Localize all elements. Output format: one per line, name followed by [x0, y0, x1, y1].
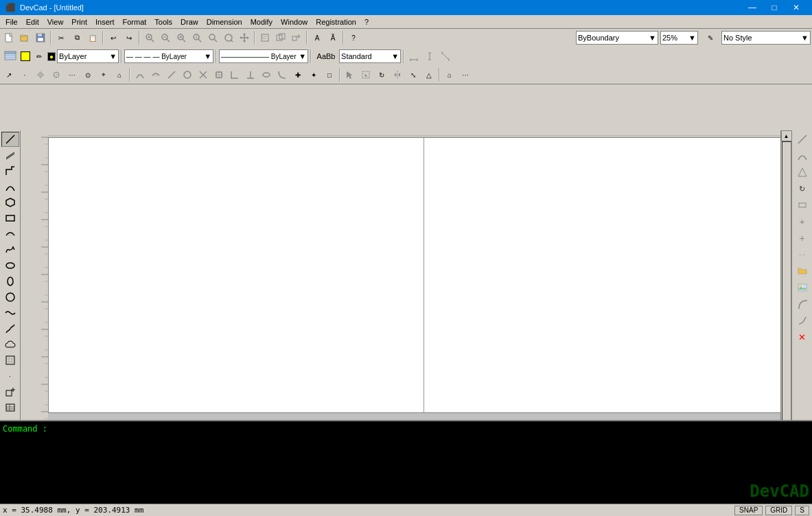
tool-wave[interactable]	[1, 305, 19, 320]
tool-circle[interactable]	[1, 290, 19, 305]
tool-line[interactable]	[1, 132, 19, 147]
menu-item-draw[interactable]: Draw	[176, 16, 202, 27]
rt-curve2-btn[interactable]	[793, 313, 811, 328]
horizontal-ruler	[48, 130, 791, 137]
v-scroll-track[interactable]	[782, 141, 791, 423]
rt-plus-v-btn[interactable]: +	[793, 214, 811, 229]
vertical-ruler	[21, 130, 48, 420]
tool-table[interactable]	[1, 400, 19, 415]
svg-rect-94	[799, 203, 806, 207]
menu-item-edit[interactable]: Edit	[22, 16, 43, 27]
title-bar-left: ⬛ DevCad - [Untitled]	[5, 3, 84, 12]
rt-erase-btn[interactable]: ✕	[793, 329, 811, 344]
svg-rect-85	[6, 390, 12, 396]
menu-bar: FileEditViewPrintInsertFormatToolsDrawDi…	[0, 15, 812, 29]
rt-line-btn[interactable]	[793, 132, 811, 147]
svg-rect-133	[48, 130, 791, 137]
tool-hexagon[interactable]	[1, 195, 19, 210]
menu-item-format[interactable]: Format	[119, 16, 151, 27]
s-button[interactable]: S	[795, 506, 809, 515]
svg-marker-93	[798, 168, 807, 176]
svg-rect-88	[6, 404, 14, 411]
grid-toggle-button[interactable]: GRID	[765, 506, 792, 515]
tool-ellipse2[interactable]	[1, 274, 19, 289]
rt-arc-btn[interactable]	[793, 148, 811, 163]
drawing-canvas[interactable]	[48, 137, 785, 413]
svg-rect-97	[21, 130, 48, 420]
main-content: · ↻ + + - -	[0, 29, 812, 516]
rt-rect-btn[interactable]	[793, 198, 811, 213]
rt-tri-btn[interactable]	[793, 165, 811, 180]
tool-arc[interactable]	[1, 179, 19, 194]
rt-image-btn[interactable]	[793, 280, 811, 295]
v-scrollbar: ▲ ▼	[780, 130, 791, 434]
menu-item-view[interactable]: View	[43, 16, 68, 27]
crosshair-vertical-line	[424, 138, 424, 412]
maximize-button[interactable]: □	[764, 0, 785, 15]
rt-dashed-btn[interactable]: - -	[793, 247, 811, 262]
menu-item-dimension[interactable]: Dimension	[202, 16, 246, 27]
status-right: SNAP GRID S	[734, 506, 809, 515]
title-bar-controls: — □ ✕	[742, 0, 807, 15]
tool-cloud[interactable]	[1, 337, 19, 352]
left-toolbar: ·	[0, 130, 21, 420]
app-icon: ⬛	[5, 3, 16, 12]
tool-insert[interactable]	[1, 384, 19, 399]
coordinates-display: x = 35.4988 mm, y = 203.4913 mm	[3, 506, 143, 515]
tool-rectangle[interactable]	[1, 211, 19, 226]
tool-polyline[interactable]	[1, 163, 19, 178]
svg-line-71	[6, 135, 14, 143]
menu-item-registration[interactable]: Registration	[312, 16, 360, 27]
tool-hatch[interactable]	[1, 353, 19, 368]
svg-line-72	[6, 152, 14, 158]
command-area: Command : DevCAD	[0, 420, 812, 504]
tool-spline[interactable]	[1, 242, 19, 257]
tool-ellipse[interactable]	[1, 258, 19, 273]
close-button[interactable]: ✕	[786, 0, 807, 15]
menu-item-tools[interactable]: Tools	[150, 16, 176, 27]
svg-rect-75	[6, 215, 14, 221]
title-bar: ⬛ DevCad - [Untitled] — □ ✕	[0, 0, 812, 15]
tool-arc2[interactable]	[1, 226, 19, 242]
menu-item-window[interactable]: Window	[277, 16, 312, 27]
right-toolbar: ↻ + + - - ✕	[791, 130, 812, 420]
menu-item-insert[interactable]: Insert	[91, 16, 119, 27]
menu-item-modify[interactable]: Modify	[246, 16, 277, 27]
snap-toggle-button[interactable]: SNAP	[734, 506, 763, 515]
command-label: Command :	[3, 424, 47, 434]
tool-multiline[interactable]	[1, 148, 19, 163]
window-title: DevCad - [Untitled]	[20, 3, 84, 12]
canvas-area	[21, 130, 791, 420]
menu-item-print[interactable]: Print	[67, 16, 91, 27]
rt-curve1-btn[interactable]	[793, 296, 811, 312]
tool-point[interactable]: ·	[1, 368, 19, 384]
svg-rect-80	[6, 356, 14, 364]
svg-marker-74	[6, 198, 14, 207]
minimize-button[interactable]: —	[742, 0, 763, 15]
rt-rotate-btn[interactable]: ↻	[793, 181, 811, 196]
watermark: DevCAD	[750, 482, 809, 501]
status-bar: x = 35.4988 mm, y = 203.4913 mm SNAP GRI…	[0, 504, 812, 516]
svg-point-96	[799, 285, 802, 288]
svg-point-79	[6, 293, 14, 301]
svg-point-77	[6, 263, 14, 268]
rt-folder-btn[interactable]	[793, 263, 811, 279]
svg-point-78	[8, 277, 13, 285]
tool-freehand[interactable]	[1, 321, 19, 336]
scroll-up-button[interactable]: ▲	[781, 130, 792, 141]
menu-item-file[interactable]: File	[1, 16, 22, 27]
svg-line-73	[6, 154, 14, 159]
svg-line-92	[798, 135, 807, 143]
menu-item-?[interactable]: ?	[360, 16, 373, 27]
rt-plus-h-btn[interactable]: +	[793, 231, 811, 246]
